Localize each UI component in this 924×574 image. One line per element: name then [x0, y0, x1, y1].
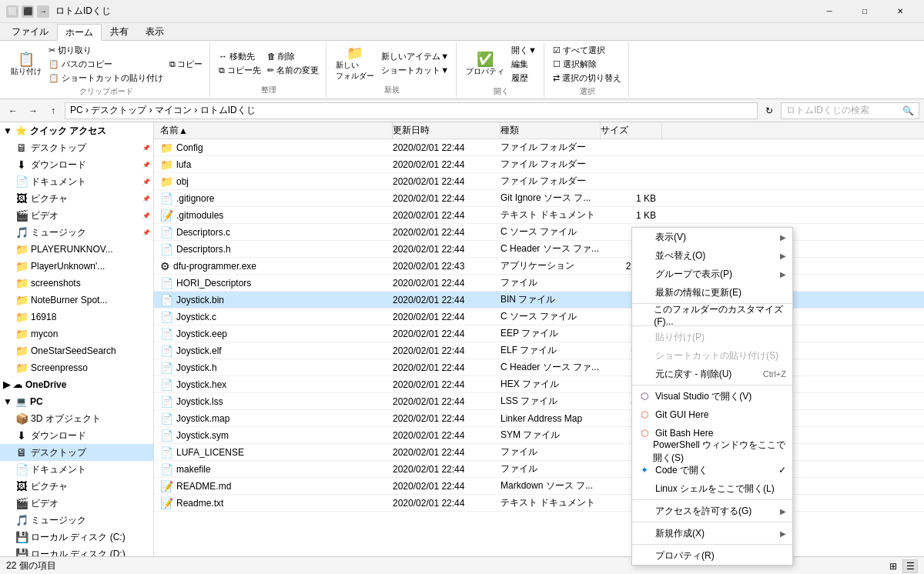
list-view-button[interactable]: ⊞: [886, 559, 901, 573]
sidebar-item-3d[interactable]: 📦3D オブジェクト: [0, 410, 153, 427]
detail-view-button[interactable]: ☰: [902, 559, 918, 573]
ctx-vs[interactable]: ⬡ Visual Studio で開く(V): [632, 387, 792, 405]
file-row[interactable]: 📄 Joystick.map 2020/02/01 22:44 Linker A…: [154, 410, 924, 427]
forward-button[interactable]: →: [25, 102, 42, 119]
tab-share[interactable]: 共有: [102, 23, 137, 40]
new-folder-button[interactable]: 📁 新しいフォルダー: [333, 45, 377, 83]
minimize-button[interactable]: ─: [812, 0, 847, 23]
history-button[interactable]: 履歴: [509, 72, 539, 85]
ctx-powershell[interactable]: PowerShell ウィンドウをここで開く(S): [632, 442, 792, 461]
file-row[interactable]: 📁 lufa 2020/02/01 22:44 ファイル フォルダー: [154, 156, 924, 173]
file-icon: 📄: [160, 294, 173, 306]
sidebar-item-downloads[interactable]: ⬇ダウンロード📌: [0, 156, 153, 173]
file-row[interactable]: 📄 Joystick.elf 2020/02/01 22:44 ELF ファイル…: [154, 342, 924, 359]
address-path[interactable]: PC › デスクトップ › マイコン › ロトムIDくじ: [65, 102, 758, 119]
open-button[interactable]: 開く▼: [509, 44, 539, 57]
refresh-button[interactable]: ↻: [761, 102, 778, 119]
sidebar-item-noteburner[interactable]: 📁NoteBurner Spot...: [0, 292, 153, 309]
file-row[interactable]: 📄 Descriptors.c 2020/02/01 22:44 C ソース フ…: [154, 224, 924, 241]
sidebar-item-pics2[interactable]: 🖼ピクチャ: [0, 478, 153, 495]
tab-file[interactable]: ファイル: [3, 23, 57, 40]
sidebar-item-desktop2[interactable]: 🖥デスクトップ: [0, 444, 153, 461]
file-row[interactable]: 📄 makefile 2020/02/01 22:44 ファイル 2 KB: [154, 461, 924, 478]
file-row[interactable]: 📝 Readme.txt 2020/02/01 22:44 テキスト ドキュメン…: [154, 495, 924, 512]
close-button[interactable]: ✕: [882, 0, 918, 23]
sidebar-item-screenshots[interactable]: 📁screenshots: [0, 275, 153, 292]
shortcut-button[interactable]: ショートカット▼: [379, 64, 451, 77]
ctx-gitgui[interactable]: ⬡ Git GUI Here: [632, 405, 792, 424]
ctx-refresh[interactable]: 最新の情報に更新(E): [632, 283, 792, 302]
cut-button[interactable]: ✂ 切り取り: [46, 44, 166, 57]
back-button[interactable]: ←: [5, 102, 22, 119]
up-button[interactable]: ↑: [45, 102, 62, 119]
file-row[interactable]: ⚙ dfu-programmer.exe 2020/02/01 22:43 アプ…: [154, 258, 924, 275]
file-row[interactable]: 📄 Joystick.sym 2020/02/01 22:44 SYM ファイル…: [154, 427, 924, 444]
file-row[interactable]: 📝 README.md 2020/02/01 22:44 Markdown ソー…: [154, 478, 924, 495]
file-row[interactable]: 📄 Joystick.hex 2020/02/01 22:44 HEX ファイル…: [154, 376, 924, 393]
file-row[interactable]: 📄 Joystick.c 2020/02/01 22:44 C ソース ファイル…: [154, 309, 924, 325]
ctx-properties[interactable]: プロパティ(R): [632, 546, 792, 565]
tab-view[interactable]: 表示: [137, 23, 172, 40]
file-row[interactable]: 📄 HORI_Descriptors 2020/02/01 22:44 ファイル…: [154, 275, 924, 292]
file-row[interactable]: 📁 obj 2020/02/01 22:44 ファイル フォルダー: [154, 173, 924, 190]
sidebar-header-onedrive[interactable]: ▶ ☁ OneDrive: [0, 376, 153, 393]
ctx-view[interactable]: 表示(V) ▶: [632, 228, 792, 246]
edit-button[interactable]: 編集: [509, 58, 539, 71]
file-row[interactable]: 📝 .gitmodules 2020/02/01 22:44 テキスト ドキュメ…: [154, 207, 924, 224]
paste-button[interactable]: 📋 貼り付け: [8, 51, 45, 78]
deselect-button[interactable]: ☐ 選択解除: [551, 58, 624, 71]
sidebar-item-screenpresso[interactable]: 📁Screenpresso: [0, 359, 153, 376]
copy-to-button[interactable]: ⧉ コピー先: [216, 64, 263, 77]
file-row[interactable]: 📄 .gitignore 2020/02/01 22:44 Git Ignore…: [154, 190, 924, 207]
sidebar-item-music2[interactable]: 🎵ミュージック: [0, 512, 153, 529]
ctx-group[interactable]: グループで表示(P) ▶: [632, 265, 792, 283]
sidebar-item-documents[interactable]: 📄ドキュメント📌: [0, 173, 153, 190]
copy-path-button[interactable]: 📋 パスのコピー: [46, 58, 166, 71]
col-header-date[interactable]: 更新日時: [393, 122, 500, 139]
sidebar-item-onestar[interactable]: 📁OneStarSeedSearch: [0, 342, 153, 359]
select-all-button[interactable]: ☑ すべて選択: [551, 44, 624, 57]
invert-select-button[interactable]: ⇄ 選択の切り替え: [551, 72, 624, 85]
paste-shortcut-button[interactable]: 📋 ショートカットの貼り付け: [46, 72, 166, 85]
sidebar-item-dl2[interactable]: ⬇ダウンロード: [0, 427, 153, 444]
sidebar-item-desktop[interactable]: 🖥デスクトップ📌: [0, 139, 153, 156]
sidebar-item-docs2[interactable]: 📄ドキュメント: [0, 461, 153, 478]
sidebar-item-playerunknown[interactable]: 📁PLAYERUNKNOV...: [0, 241, 153, 258]
maximize-button[interactable]: □: [847, 0, 882, 23]
col-header-type[interactable]: 種類: [500, 122, 601, 139]
col-header-size[interactable]: サイズ: [601, 122, 662, 139]
file-row[interactable]: 📁 Config 2020/02/01 22:44 ファイル フォルダー: [154, 139, 924, 156]
sidebar-item-diskd[interactable]: 💾ローカル ディスク (D:): [0, 546, 153, 556]
new-item-button[interactable]: 新しいアイテム▼: [379, 50, 451, 63]
sidebar-item-mycon[interactable]: 📁mycon: [0, 325, 153, 342]
file-row[interactable]: 📄 Descriptors.h 2020/02/01 22:44 C Heade…: [154, 241, 924, 258]
rename-button[interactable]: ✏ 名前の変更: [265, 64, 321, 77]
properties-button[interactable]: ✅ プロパティ: [463, 51, 507, 78]
sidebar-item-playerunknown2[interactable]: 📁PlayerUnknown'...: [0, 258, 153, 275]
ctx-undo[interactable]: 元に戻す - 削除(U) Ctrl+Z: [632, 365, 792, 383]
tab-home[interactable]: ホーム: [57, 24, 102, 41]
sidebar-item-vid2[interactable]: 🎬ビデオ: [0, 495, 153, 512]
col-header-name[interactable]: 名前 ▲: [154, 122, 393, 139]
delete-button[interactable]: 🗑 削除: [265, 50, 321, 63]
sidebar-item-diskc[interactable]: 💾ローカル ディスク (C:): [0, 529, 153, 546]
file-row[interactable]: 📄 Joystick.h 2020/02/01 22:44 C Header ソ…: [154, 359, 924, 376]
file-row[interactable]: 📄 Joystick.bin 2020/02/01 22:44 BIN ファイル…: [154, 292, 924, 309]
sidebar-item-music[interactable]: 🎵ミュージック📌: [0, 224, 153, 241]
search-box[interactable]: ロトムIDくじの検索 🔍: [781, 102, 919, 119]
file-row[interactable]: 📄 Joystick.eep 2020/02/01 22:44 EEP ファイル…: [154, 325, 924, 342]
ctx-customize[interactable]: このフォルダーのカスタマイズ(F)...: [632, 305, 792, 324]
sidebar-item-16918[interactable]: 📁16918: [0, 309, 153, 325]
ctx-access[interactable]: アクセスを許可する(G) ▶: [632, 502, 792, 520]
file-row[interactable]: 📄 Joystick.lss 2020/02/01 22:44 LSS ファイル…: [154, 393, 924, 410]
move-button[interactable]: ↔ 移動先: [216, 50, 263, 63]
ctx-new[interactable]: 新規作成(X) ▶: [632, 524, 792, 542]
sidebar-item-pictures[interactable]: 🖼ピクチャ📌: [0, 190, 153, 207]
ctx-linux[interactable]: Linux シェルをここで開く(L): [632, 479, 792, 498]
sidebar-item-video[interactable]: 🎬ビデオ📌: [0, 207, 153, 224]
sidebar-header-quickaccess[interactable]: ▼ ⭐ クイック アクセス: [0, 122, 153, 139]
file-row[interactable]: 📄 LUFA_LICENSE 2020/02/01 22:44 ファイル 2 K…: [154, 444, 924, 461]
sidebar-header-pc[interactable]: ▼ 💻 PC: [0, 393, 153, 410]
ctx-sort[interactable]: 並べ替え(O) ▶: [632, 246, 792, 265]
copy-button[interactable]: ⧉ コピー: [167, 58, 205, 71]
